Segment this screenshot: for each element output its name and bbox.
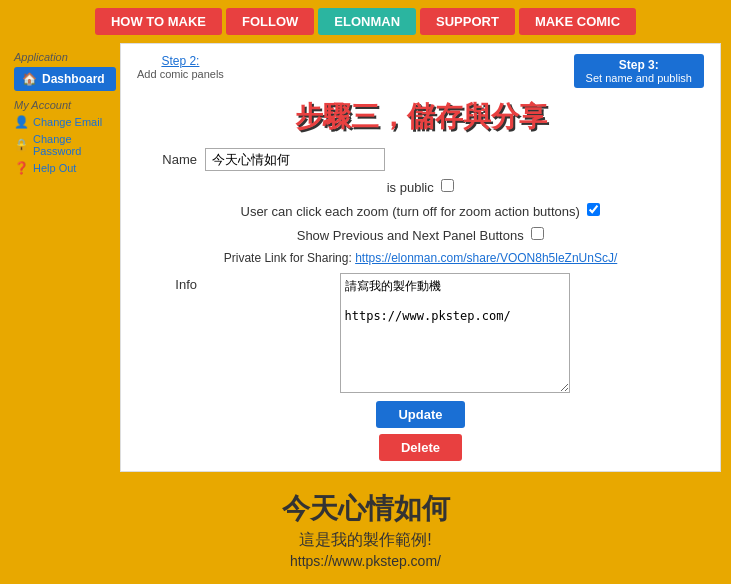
private-link-anchor[interactable]: https://elonman.com/share/VOON8h5leZnUnS…	[355, 251, 617, 265]
sidebar-dashboard-button[interactable]: 🏠 Dashboard	[14, 67, 116, 91]
delete-button[interactable]: Delete	[379, 434, 462, 461]
name-input[interactable]	[205, 148, 385, 171]
private-link-row: Private Link for Sharing: https://elonma…	[137, 251, 704, 265]
update-button[interactable]: Update	[376, 401, 464, 428]
top-navigation: HOW TO MAKE FOLLOW ELONMAN SUPPORT MAKE …	[0, 0, 731, 43]
step2-anchor[interactable]: Step 2:	[137, 54, 224, 68]
is-public-checkbox[interactable]	[441, 179, 454, 192]
zoom-checkbox[interactable]	[587, 203, 600, 216]
step3-active: Step 3: Set name and publish	[574, 54, 704, 88]
sidebar-help-out-label: Help Out	[33, 162, 76, 174]
bottom-title: 今天心情如何	[0, 490, 731, 528]
bottom-url: https://www.pkstep.com/	[0, 553, 731, 569]
prev-next-row: Show Previous and Next Panel Buttons	[137, 227, 704, 243]
sidebar: Application 🏠 Dashboard My Account 👤 Cha…	[10, 43, 120, 480]
info-textarea[interactable]: 請寫我的製作動機 https://www.pkstep.com/	[340, 273, 570, 393]
private-link-label: Private Link for Sharing:	[224, 251, 352, 265]
sidebar-change-email-label: Change Email	[33, 116, 102, 128]
is-public-row: is public	[137, 179, 704, 195]
sidebar-change-email[interactable]: 👤 Change Email	[14, 115, 116, 129]
name-label: Name	[137, 152, 197, 167]
is-public-label: is public	[387, 180, 434, 195]
content-area: Step 2: Add comic panels Step 3: Set nam…	[120, 43, 721, 472]
prev-next-checkbox[interactable]	[531, 227, 544, 240]
footer-logo: PKstep	[0, 577, 731, 584]
sidebar-dashboard-label: Dashboard	[42, 72, 105, 86]
sidebar-application-label: Application	[14, 51, 116, 63]
nav-follow[interactable]: FOLLOW	[226, 8, 314, 35]
lock-icon: 🔒	[14, 138, 29, 152]
step3-sub: Set name and publish	[586, 72, 692, 84]
sidebar-change-password[interactable]: 🔒 Change Password	[14, 133, 116, 157]
step2-sub: Add comic panels	[137, 68, 224, 80]
nav-make-comic[interactable]: MAKE COMIC	[519, 8, 636, 35]
sidebar-help-out[interactable]: ❓ Help Out	[14, 161, 116, 175]
sidebar-my-account-label: My Account	[14, 99, 116, 111]
person-icon: 👤	[14, 115, 29, 129]
nav-elonman[interactable]: ELONMAN	[318, 8, 416, 35]
zoom-label: User can click each zoom (turn off for z…	[241, 204, 580, 219]
bottom-subtitle: 這是我的製作範例!	[0, 530, 731, 551]
info-textarea-row: Info 請寫我的製作動機 https://www.pkstep.com/	[137, 273, 704, 393]
step2-link[interactable]: Step 2: Add comic panels	[137, 54, 224, 88]
sidebar-change-password-label: Change Password	[33, 133, 116, 157]
prev-next-label: Show Previous and Next Panel Buttons	[297, 228, 524, 243]
nav-support[interactable]: SUPPORT	[420, 8, 515, 35]
page-title: 步驟三，儲存與分享	[137, 98, 704, 136]
help-icon: ❓	[14, 161, 29, 175]
info-label: Info	[137, 273, 197, 292]
main-layout: Application 🏠 Dashboard My Account 👤 Cha…	[10, 43, 721, 480]
step3-label: Step 3:	[586, 58, 692, 72]
zoom-row: User can click each zoom (turn off for z…	[137, 203, 704, 219]
name-row: Name	[137, 148, 704, 171]
nav-how-to-make[interactable]: HOW TO MAKE	[95, 8, 222, 35]
dashboard-icon: 🏠	[22, 72, 37, 86]
step-navigation: Step 2: Add comic panels Step 3: Set nam…	[137, 54, 704, 88]
bottom-section: 今天心情如何 這是我的製作範例! https://www.pkstep.com/	[0, 480, 731, 577]
